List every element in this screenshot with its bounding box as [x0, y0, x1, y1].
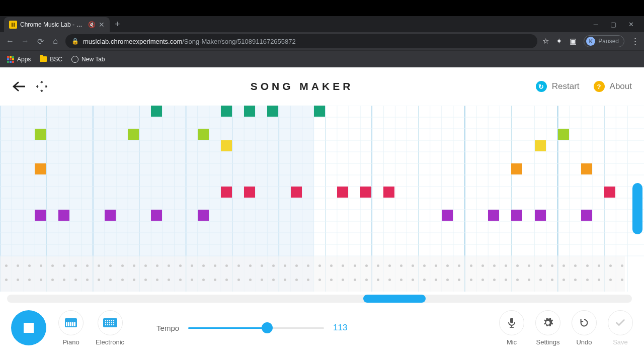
note-cell[interactable]: [442, 210, 453, 221]
svg-point-89: [111, 324, 112, 325]
url-bar[interactable]: 🔒 musiclab.chromeexperiments.com/Song-Ma…: [65, 34, 537, 48]
svg-point-85: [113, 322, 114, 323]
svg-rect-72: [70, 322, 71, 326]
svg-point-80: [113, 320, 114, 321]
rhythm-instrument[interactable]: Electronic: [96, 310, 124, 346]
address-bar-row: ← → ⟳ ⌂ 🔒 musiclab.chromeexperiments.com…: [0, 32, 644, 50]
note-cell[interactable]: [558, 129, 569, 140]
note-cell[interactable]: [581, 210, 592, 221]
stop-button[interactable]: [11, 310, 46, 345]
note-cell[interactable]: [58, 210, 69, 221]
drum-grid[interactable]: [0, 256, 625, 292]
tempo-thumb[interactable]: [262, 322, 273, 333]
back-icon[interactable]: ←: [5, 37, 15, 46]
note-cell[interactable]: [535, 140, 546, 151]
melody-label: Piano: [62, 338, 79, 346]
svg-point-76: [105, 320, 106, 321]
svg-rect-91: [510, 318, 513, 323]
note-cell[interactable]: [337, 187, 348, 198]
note-cell[interactable]: [151, 106, 162, 117]
note-cell[interactable]: [198, 210, 209, 221]
mic-button[interactable]: Mic: [499, 310, 524, 346]
svg-point-79: [111, 320, 112, 321]
stop-icon: [24, 323, 34, 333]
note-cell[interactable]: [244, 187, 255, 198]
close-window-icon[interactable]: ✕: [628, 21, 634, 28]
settings-button[interactable]: Settings: [535, 310, 560, 346]
note-cell[interactable]: [35, 163, 46, 174]
browser-tab[interactable]: Chrome Music Lab - Song M 🔇 ✕: [4, 17, 110, 32]
vertical-scrollbar[interactable]: [631, 166, 642, 251]
about-button[interactable]: ? About: [594, 81, 632, 92]
bookmark-bsc[interactable]: BSC: [40, 56, 62, 63]
window-controls: ─ ▢ ✕: [594, 21, 640, 28]
note-cell[interactable]: [35, 129, 46, 140]
note-grid[interactable]: [0, 106, 644, 292]
note-cell[interactable]: [314, 106, 325, 117]
new-tab-button[interactable]: +: [110, 19, 125, 30]
svg-rect-70: [66, 322, 67, 326]
note-cell[interactable]: [151, 210, 162, 221]
note-cell[interactable]: [221, 106, 232, 117]
check-icon: [608, 310, 633, 335]
home-icon[interactable]: ⌂: [50, 37, 60, 46]
horizontal-scrollbar[interactable]: [7, 295, 632, 303]
note-cell[interactable]: [604, 187, 615, 198]
bookmark-bar: Apps BSC New Tab: [0, 50, 644, 67]
note-cell[interactable]: [244, 106, 255, 117]
menu-icon[interactable]: ⋮: [631, 37, 639, 46]
fullscreen-icon[interactable]: [36, 81, 47, 92]
svg-point-82: [107, 322, 108, 323]
minimize-icon[interactable]: ─: [594, 21, 598, 28]
profile-state: Paused: [598, 38, 619, 45]
note-cell[interactable]: [221, 140, 232, 151]
forward-icon[interactable]: →: [20, 37, 30, 46]
note-cell[interactable]: [221, 187, 232, 198]
rhythm-label: Electronic: [96, 338, 124, 346]
note-cell[interactable]: [383, 187, 394, 198]
note-cell[interactable]: [198, 129, 209, 140]
note-cell[interactable]: [128, 129, 139, 140]
note-cell[interactable]: [291, 187, 302, 198]
close-icon[interactable]: ✕: [99, 21, 105, 29]
extensions-icon[interactable]: ✦: [556, 37, 562, 46]
maximize-icon[interactable]: ▢: [610, 21, 616, 28]
note-cell[interactable]: [35, 210, 46, 221]
note-cell[interactable]: [488, 210, 499, 221]
tempo-label: Tempo: [156, 324, 179, 332]
note-cell[interactable]: [511, 163, 522, 174]
cast-icon[interactable]: ▣: [570, 37, 577, 46]
melody-instrument[interactable]: Piano: [58, 310, 84, 346]
avatar: K: [586, 37, 595, 46]
horizontal-scroll-thumb[interactable]: [363, 295, 426, 303]
mute-icon[interactable]: 🔇: [88, 21, 96, 28]
gear-icon: [535, 310, 560, 335]
restart-button[interactable]: ↻ Restart: [536, 81, 580, 92]
note-cell[interactable]: [535, 210, 546, 221]
url-text: musiclab.chromeexperiments.com/Song-Make…: [83, 38, 296, 45]
tab-title: Chrome Music Lab - Song M: [20, 21, 85, 28]
reload-icon[interactable]: ⟳: [35, 37, 45, 46]
star-icon[interactable]: ☆: [542, 37, 549, 46]
undo-icon: [572, 310, 597, 335]
tempo-slider[interactable]: [188, 326, 324, 329]
undo-button[interactable]: Undo: [572, 310, 597, 346]
back-button[interactable]: [12, 81, 25, 92]
note-cell[interactable]: [105, 210, 116, 221]
note-cell[interactable]: [360, 187, 371, 198]
svg-point-86: [105, 324, 106, 325]
page-title: SONG MAKER: [113, 80, 491, 93]
note-cell[interactable]: [511, 210, 522, 221]
svg-point-78: [109, 320, 110, 321]
tempo-value: 113: [333, 323, 353, 333]
svg-point-90: [113, 324, 114, 325]
vertical-scroll-thumb[interactable]: [632, 183, 642, 234]
profile-pill[interactable]: K Paused: [584, 35, 624, 47]
note-cell[interactable]: [581, 163, 592, 174]
tempo-control: Tempo 113: [156, 323, 353, 333]
bookmark-newtab[interactable]: New Tab: [71, 56, 105, 63]
about-icon: ?: [594, 81, 605, 92]
save-button[interactable]: Save: [608, 310, 633, 346]
apps-shortcut[interactable]: Apps: [7, 56, 31, 63]
note-cell[interactable]: [267, 106, 278, 117]
